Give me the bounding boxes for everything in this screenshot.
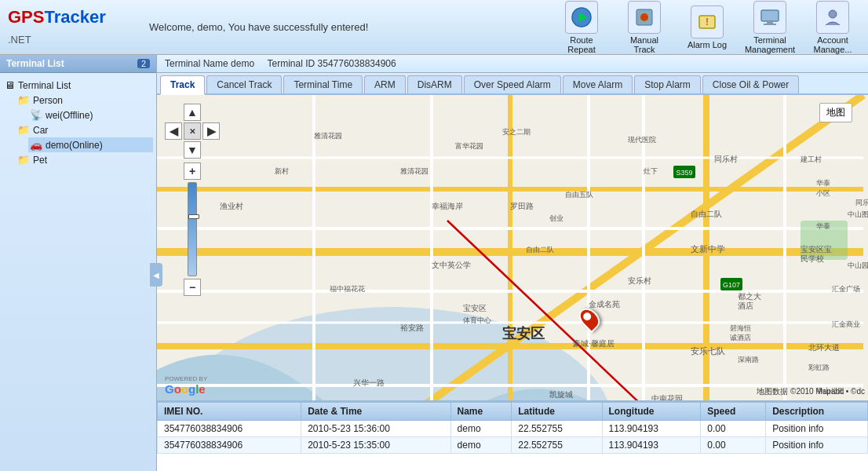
toolbar: Route Repeat Manual Track ! Alarm Log [554,1,860,54]
terminal-name-label: Terminal Name [165,58,228,69]
cell-lat-1: 22.552755 [512,437,602,454]
cell-imei-0: 354776038834906 [158,421,301,437]
cell-imei-1: 354776038834906 [158,437,301,454]
map-type-button[interactable]: 地图 [819,103,852,122]
tab-stop-alarm[interactable]: Stop Alarm [634,75,701,93]
data-table: IMEI NO. Date & Time Name Latitude Longi… [157,400,868,471]
route-repeat-icon [565,1,598,34]
zoom-out-button[interactable]: − [184,279,201,296]
svg-text:自由二队: 自由二队 [526,246,554,254]
map-container[interactable]: 宝安区 文新中学 自由二队 安乐村 安乐七队 文中英公学 裕安路 兴华一路 宝安… [157,95,868,400]
tree-node-pet[interactable]: 📁 Pet [16,152,153,167]
account-management-button[interactable]: Account Manage... [805,1,860,54]
sidebar-header: Terminal List 2 [0,55,156,73]
table-header-row: IMEI NO. Date & Time Name Latitude Longi… [158,403,868,421]
zoom-in-button[interactable]: + [184,162,201,180]
svg-text:宝安区: 宝安区 [502,325,545,341]
terminal-management-label-line2: Management [745,45,795,54]
svg-text:G107: G107 [723,281,740,289]
tab-track[interactable]: Track [160,75,205,95]
svg-text:华泰: 华泰 [816,222,830,230]
tree-label-wei: wei(Offline) [46,110,93,121]
col-imei: IMEI NO. [158,403,301,421]
svg-text:福中福花花: 福中福花花 [330,285,365,293]
svg-text:自由二队: 自由二队 [691,210,722,218]
tab-arm[interactable]: ARM [364,75,406,93]
svg-text:都之大: 都之大 [738,292,761,301]
svg-text:民学校: 民学校 [801,254,824,263]
svg-text:雅清花园: 雅清花园 [314,132,342,140]
route-repeat-button[interactable]: Route Repeat [554,1,609,54]
tree-label-pet: Pet [33,155,47,166]
map-controls: ▲ ◀ ✕ ▶ ▼ + − [165,103,220,297]
table-row[interactable]: 354776038834906 2010-5-23 15:35:00 demo … [158,437,868,454]
cell-speed-1: 0.00 [701,437,766,454]
google-logo: Google [165,382,207,396]
sidebar: Terminal List 2 🖥 Terminal List 📁 Person… [0,55,157,471]
svg-text:碧海恒: 碧海恒 [730,324,751,332]
tab-move-alarm[interactable]: Move Alarm [563,75,633,93]
svg-text:裕安路: 裕安路 [400,323,424,332]
sidebar-collapse-handle[interactable]: ◀ [150,263,162,287]
pan-up-button[interactable]: ▲ [184,104,201,121]
svg-text:北环大道: 北环大道 [808,343,840,352]
svg-text:!: ! [706,16,709,27]
sidebar-title: Terminal List [6,58,64,69]
tab-disarm[interactable]: DisARM [407,75,462,93]
manual-track-label-line1: Manual [630,35,658,45]
svg-text:建工村: 建工村 [800,155,822,163]
tree-label-demo: demo(Online) [46,140,103,151]
svg-text:彩虹路: 彩虹路 [808,363,830,371]
svg-text:新村: 新村 [275,167,289,175]
sidebar-tree: 🖥 Terminal List 📁 Person 📡 wei(Offline) [0,73,156,471]
tree-node-person[interactable]: 📁 Person [16,93,153,108]
tree-node-car[interactable]: 📁 Car [16,122,153,137]
svg-rect-7 [767,21,773,24]
svg-text:幸福海岸: 幸福海岸 [432,202,463,210]
cell-datetime-0: 2010-5-23 15:36:00 [301,421,450,437]
tree-node-wei[interactable]: 📡 wei(Offline) [28,108,153,122]
recenter-button[interactable]: ✕ [184,122,201,140]
cell-desc-0: Position info [766,421,868,437]
tree-icon-wei: 📡 [30,109,42,121]
tree-icon-car: 📁 [17,124,30,136]
zoom-indicator [188,214,199,219]
terminal-management-label-line1: Terminal [753,35,786,45]
cell-lon-1: 113.904193 [602,437,701,454]
table-row[interactable]: 354776038834906 2010-5-23 15:36:00 demo … [158,421,868,437]
tree-children-car: 🚗 demo(Online) [16,137,153,152]
tracking-table: IMEI NO. Date & Time Name Latitude Longi… [157,402,868,454]
terminal-id-value: 354776038834906 [318,58,396,69]
content-header: Terminal Name demo Terminal ID 354776038… [157,55,868,73]
manual-track-button[interactable]: Manual Track [617,1,672,54]
col-datetime: Date & Time [301,403,450,421]
tab-close-oil[interactable]: Close Oil & Power [702,75,799,93]
alarm-log-button[interactable]: ! Alarm Log [680,5,735,49]
account-management-label-line2: Manage... [814,45,852,54]
svg-text:中山图: 中山图 [848,210,868,218]
svg-text:雅清花园: 雅清花园 [400,167,429,175]
pan-right-button[interactable]: ▶ [202,122,220,140]
pan-down-button[interactable]: ▼ [184,141,201,159]
svg-text:同乐村: 同乐村 [714,155,738,163]
svg-text:华泰: 华泰 [816,179,830,187]
pan-left-button[interactable]: ◀ [165,122,182,140]
svg-rect-8 [764,24,776,25]
tab-cancel-track[interactable]: Cancel Track [206,75,282,93]
terminal-management-button[interactable]: Terminal Management [742,1,797,54]
tab-overspeed[interactable]: Over Speed Alarm [464,75,561,93]
tab-terminal-time[interactable]: Terminal Time [283,75,363,93]
col-name: Name [450,403,512,421]
svg-text:诚酒店: 诚酒店 [730,334,751,341]
svg-text:安之二期: 安之二期 [502,128,531,136]
svg-text:中南花园: 中南花园 [651,394,683,400]
tree-icon-demo: 🚗 [30,139,42,151]
zoom-bar[interactable] [188,182,197,276]
route-repeat-label-line2: Repeat [567,45,595,54]
svg-text:酒店: 酒店 [738,301,753,310]
map-background: 宝安区 文新中学 自由二队 安乐村 安乐七队 文中英公学 裕安路 兴华一路 宝安… [157,95,868,400]
svg-text:兴华一路: 兴华一路 [353,378,385,387]
tree-node-root[interactable]: 🖥 Terminal List [3,78,153,93]
col-speed: Speed [701,403,766,421]
tree-node-demo[interactable]: 🚗 demo(Online) [28,137,153,152]
